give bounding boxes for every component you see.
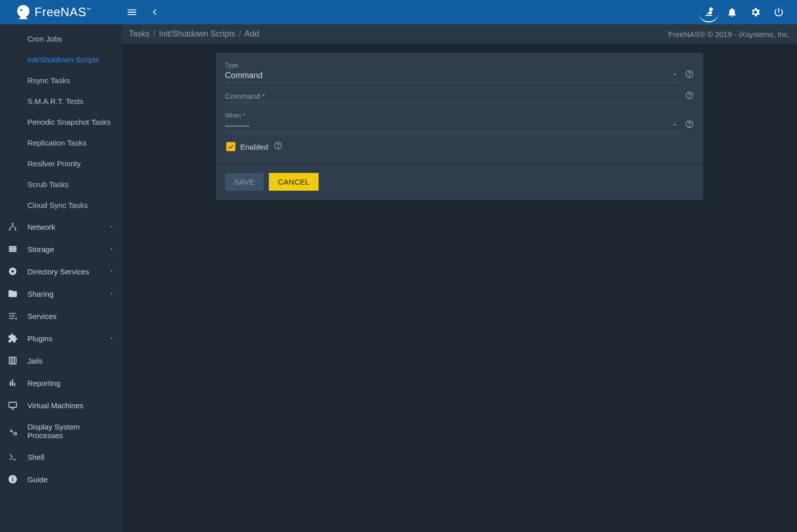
services-icon: [7, 311, 18, 321]
power-button[interactable]: [769, 2, 789, 22]
shell-icon: [7, 452, 18, 462]
save-button[interactable]: SAVE: [225, 173, 264, 191]
sidebar-item-label: Services: [27, 312, 115, 321]
sidebar-item-label: Storage: [27, 245, 99, 254]
sharing-icon: [7, 289, 18, 299]
freenas-logo-icon: [14, 3, 32, 21]
svg-point-2: [15, 229, 16, 230]
enabled-help-icon[interactable]: [273, 141, 283, 152]
svg-rect-6: [9, 402, 17, 407]
sidebar-item[interactable]: iGuide: [0, 468, 122, 490]
sidebar-item[interactable]: Display System Processes: [0, 416, 122, 446]
svg-point-0: [12, 223, 13, 225]
sidebar-item-label: Sharing: [27, 290, 99, 298]
command-field[interactable]: Command *: [225, 91, 694, 104]
sidebar-item[interactable]: Directory Services: [0, 260, 122, 282]
sidebar-item-label: Virtual Machines: [27, 401, 115, 410]
command-help-icon[interactable]: [685, 91, 694, 102]
chevron-down-icon: [109, 290, 115, 298]
sidebar-sub-item[interactable]: S.M.A.R.T. Tests: [0, 91, 122, 112]
sidebar-item[interactable]: Storage: [0, 238, 122, 260]
command-label: Command *: [225, 92, 680, 103]
topbar: FreeNAS™: [0, 0, 797, 24]
processes-icon: [7, 426, 18, 436]
chevron-down-icon: [109, 334, 115, 343]
main-area: Tasks / Init/Shutdown Scripts / Add Free…: [122, 24, 797, 532]
sidebar-sub-item[interactable]: Replication Tasks: [0, 132, 122, 153]
sidebar-item[interactable]: Jails: [0, 349, 122, 372]
breadcrumb-add: Add: [245, 29, 259, 39]
when-field[interactable]: When * ---------: [225, 112, 694, 133]
sidebar-item[interactable]: Sharing: [0, 282, 122, 305]
reporting-icon: [7, 378, 18, 388]
sidebar-item[interactable]: Virtual Machines: [0, 394, 122, 416]
network-icon: [7, 222, 18, 232]
guide-icon: i: [7, 474, 18, 484]
enabled-checkbox[interactable]: [226, 142, 235, 151]
sidebar-item[interactable]: Plugins: [0, 327, 122, 349]
sidebar-item-label: Plugins: [27, 334, 99, 343]
when-help-icon[interactable]: [685, 120, 694, 131]
breadcrumb-bar: Tasks / Init/Shutdown Scripts / Add Free…: [122, 24, 797, 44]
theme-icon: [703, 6, 714, 17]
when-label: When *: [225, 112, 680, 119]
sidebar-item-label: Jails: [27, 357, 115, 365]
sidebar-item-label: Shell: [27, 453, 115, 462]
chevron-down-icon: [109, 223, 115, 231]
svg-point-11: [689, 76, 689, 76]
sidebar-sub-item[interactable]: Init/Shutdown Scripts: [0, 49, 122, 70]
jails-icon: [7, 356, 18, 366]
plugins-icon: [7, 333, 18, 343]
sidebar-sub-item[interactable]: Scrub Tasks: [0, 174, 122, 195]
sidebar-item-label: Guide: [27, 475, 115, 484]
vm-icon: [7, 400, 18, 410]
type-value: Command: [225, 70, 680, 83]
svg-point-15: [689, 126, 689, 126]
logo-area: FreeNAS™: [4, 3, 122, 21]
sidebar-item-label: Reporting: [27, 379, 115, 387]
check-icon: [227, 143, 234, 150]
svg-point-17: [278, 147, 278, 148]
svg-point-13: [689, 97, 689, 97]
sidebar-sub-item[interactable]: Resilver Priority: [0, 153, 122, 174]
svg-point-4: [12, 270, 14, 273]
sidebar-item[interactable]: Network: [0, 216, 122, 238]
type-help-icon[interactable]: [685, 69, 694, 81]
chevron-down-icon: [109, 245, 115, 254]
svg-point-1: [9, 229, 11, 230]
sidebar-sub-item[interactable]: Rsync Tasks: [0, 70, 122, 91]
theme-button[interactable]: [699, 2, 719, 22]
breadcrumb-sep: /: [153, 29, 155, 39]
chevron-down-icon: [109, 267, 115, 276]
form-card: Type Command Command *: [216, 53, 703, 200]
svg-point-7: [14, 433, 17, 435]
gear-icon: [750, 7, 761, 18]
chevron-left-icon: [149, 7, 160, 18]
sidebar-item[interactable]: Services: [0, 305, 122, 327]
sidebar-item-label: Network: [27, 223, 99, 231]
power-icon: [773, 7, 784, 18]
sidebar-item[interactable]: Reporting: [0, 372, 122, 394]
sidebar-item[interactable]: Shell: [0, 446, 122, 468]
sidebar: Cron JobsInit/Shutdown ScriptsRsync Task…: [0, 24, 122, 532]
notifications-button[interactable]: [722, 2, 742, 22]
type-field[interactable]: Type Command: [225, 62, 694, 83]
menu-icon: [126, 7, 137, 18]
sidebar-item-label: Display System Processes: [27, 422, 115, 440]
breadcrumb-initshutdown[interactable]: Init/Shutdown Scripts: [159, 29, 235, 39]
directory-icon: [7, 266, 18, 276]
sidebar-sub-item[interactable]: Cron Jobs: [0, 28, 122, 49]
type-label: Type: [225, 62, 680, 69]
settings-button[interactable]: [745, 2, 766, 22]
storage-icon: [7, 244, 18, 254]
sidebar-item-label: Directory Services: [27, 267, 99, 276]
back-button[interactable]: [144, 2, 164, 22]
bell-icon: [726, 7, 738, 18]
menu-toggle-button[interactable]: [122, 2, 142, 22]
cancel-button[interactable]: CANCEL: [269, 173, 319, 191]
breadcrumb-tasks[interactable]: Tasks: [129, 29, 150, 39]
sidebar-sub-item[interactable]: Cloud Sync Tasks: [0, 195, 122, 216]
sidebar-sub-item[interactable]: Periodic Snapshot Tasks: [0, 112, 122, 132]
when-value: ---------: [225, 120, 680, 133]
logo-text: FreeNAS™: [34, 5, 91, 19]
